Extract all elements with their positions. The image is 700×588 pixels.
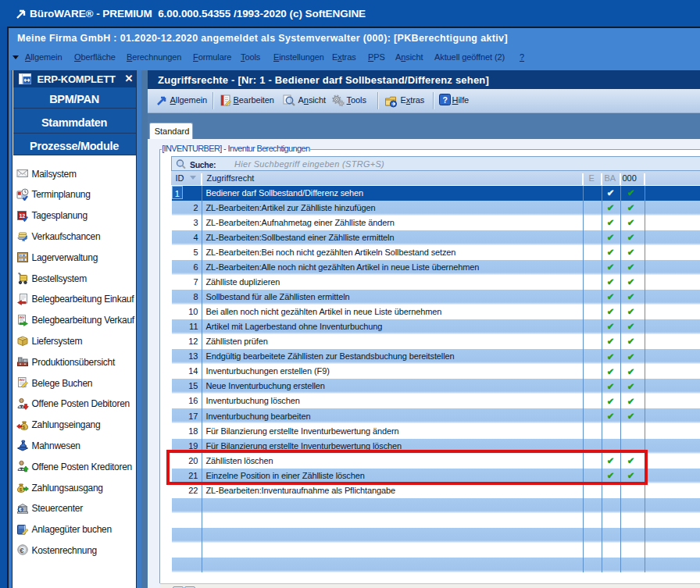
svg-text:12: 12: [20, 212, 26, 218]
svg-text:€: €: [19, 507, 22, 512]
svg-text:INV: INV: [20, 315, 25, 319]
svg-text:?: ?: [442, 95, 447, 105]
svg-text:€: €: [20, 546, 24, 554]
svg-text:INV: INV: [20, 378, 25, 382]
